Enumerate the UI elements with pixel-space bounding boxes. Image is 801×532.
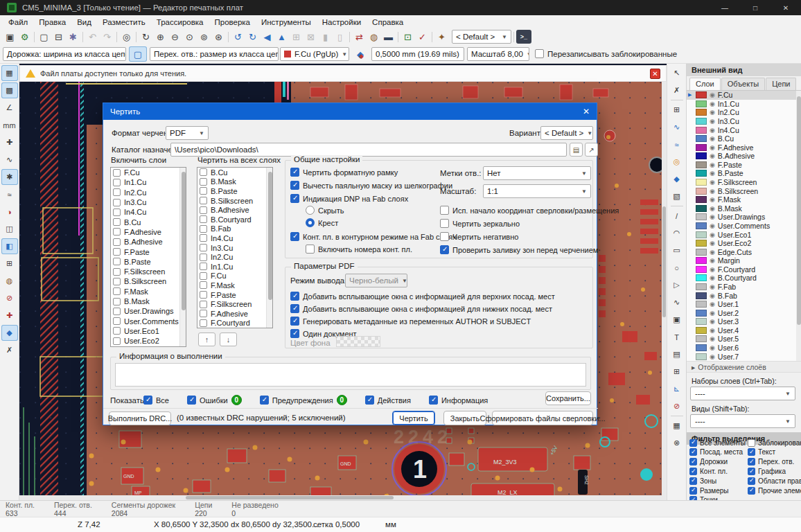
menu-item[interactable]: Вид — [71, 18, 97, 26]
filter-checkbox[interactable]: Текст — [748, 448, 800, 456]
layer-row[interactable]: ▶ ◉ User.3 — [687, 317, 796, 326]
draw-bezier-tool[interactable]: ∿ — [669, 294, 685, 310]
layer-color-swatch[interactable] — [696, 283, 707, 290]
layer-checkbox-row[interactable]: User.Eco1 — [111, 326, 186, 336]
layer-color-swatch[interactable] — [696, 109, 707, 116]
layer-checkbox-row[interactable]: B.Courtyard — [197, 215, 272, 224]
visibility-eye-icon[interactable]: ◉ — [710, 161, 715, 168]
layer-checkbox-row[interactable]: B.Silkscreen — [197, 196, 272, 206]
layer-row[interactable]: ▶ ◉ User.1 — [687, 300, 796, 309]
layer-row[interactable]: ▶ ◉ B.Mask — [687, 204, 796, 213]
layer-checkbox-row[interactable]: F.Cu — [111, 168, 186, 177]
message-filter-checkbox[interactable]: Действия — [365, 396, 411, 405]
layer-row[interactable]: ▶ ◉ User.7 — [687, 352, 796, 361]
move-down-button[interactable]: ↓ — [220, 332, 237, 346]
layer-color-swatch[interactable] — [696, 152, 707, 159]
layer-checkbox-row[interactable]: B.Paste — [111, 257, 186, 267]
run-drc-button[interactable]: ✓ — [415, 30, 430, 44]
pad-outline-toggle[interactable]: ⊘ — [1, 290, 18, 306]
lock-button[interactable]: ▮ — [318, 30, 333, 44]
layer-checkbox-row[interactable]: User.Eco2 — [111, 336, 186, 346]
filter-checkbox[interactable]: Графика — [748, 467, 800, 475]
dnp-indication-checkbox[interactable]: Индикация DNP на Fab слоях — [290, 194, 408, 203]
visibility-eye-icon[interactable]: ◉ — [710, 179, 715, 186]
drill-marks-select[interactable]: Нет▼ — [483, 166, 591, 180]
visibility-eye-icon[interactable]: ◉ — [710, 135, 715, 142]
draw-rectangle-tool[interactable]: ▭ — [669, 242, 685, 258]
visibility-eye-icon[interactable]: ◉ — [710, 301, 715, 308]
rotate-ccw-button[interactable]: ↺ — [231, 30, 245, 44]
generate-drill-files-button[interactable]: Сформировать файлы сверловки... — [492, 411, 593, 425]
format-select[interactable]: PDF▼ — [166, 126, 209, 140]
layer-row[interactable]: ▶ ◉ User.Drawings — [687, 213, 796, 222]
pdf-option-checkbox[interactable]: Добавить всплывающие окна с информацией … — [290, 304, 555, 313]
layer-color-swatch[interactable] — [696, 179, 707, 186]
board-setup-button[interactable]: ⚙ — [17, 30, 32, 44]
tune-length-tool[interactable]: ≈ — [669, 136, 685, 152]
via-outline-toggle[interactable]: ◍ — [1, 273, 18, 289]
layer-color-swatch[interactable] — [696, 266, 707, 273]
layer-row[interactable]: ▶ ◉ F.Paste — [687, 161, 796, 170]
layer-row[interactable]: ▶ ◉ F.Adhesive — [687, 143, 796, 152]
search-button[interactable]: ◎ — [119, 30, 134, 44]
visibility-eye-icon[interactable]: ◉ — [710, 292, 715, 299]
layer-row[interactable]: ▶ ◉ In1.Cu — [687, 100, 796, 109]
scrollbar-thumb[interactable] — [186, 496, 394, 499]
visibility-eye-icon[interactable]: ◉ — [710, 327, 715, 334]
zoom-in-button[interactable]: ⊕ — [153, 30, 168, 44]
draw-arc-tool[interactable]: ◠ — [669, 225, 685, 241]
move-up-button[interactable]: ↑ — [198, 332, 215, 346]
layer-color-swatch[interactable] — [696, 274, 707, 281]
visibility-eye-icon[interactable]: ◉ — [710, 152, 715, 159]
layer-color-swatch[interactable] — [696, 170, 707, 177]
layer-checkbox-row[interactable]: User.Comments — [111, 316, 186, 326]
output-mode-select[interactable]: Черно-белый▼ — [345, 274, 407, 287]
dnp-hide-radio[interactable]: Скрыть — [306, 206, 344, 215]
menu-item[interactable]: Разместить — [97, 18, 151, 26]
visibility-eye-icon[interactable]: ◉ — [710, 144, 715, 151]
save-button[interactable]: ▣ — [3, 30, 17, 44]
layer-row[interactable]: ▶ ◉ User.Eco2 — [687, 239, 796, 248]
close-icon[interactable]: ✕ — [583, 107, 590, 116]
appearance-tab[interactable]: Слои — [689, 78, 721, 90]
list-scrollbar[interactable] — [179, 168, 186, 346]
flip-board-button[interactable]: ◀ — [260, 30, 274, 44]
layer-row[interactable]: ▶ ◉ In4.Cu — [687, 125, 796, 134]
high-contrast-toggle[interactable]: ◧ — [1, 238, 18, 254]
viewports-select[interactable]: ----▼ — [690, 414, 795, 428]
grid-select[interactable]: 0,5000 mm (19.69 mils)▼ — [371, 47, 464, 61]
rule-area-tool[interactable]: ▧ — [669, 188, 685, 204]
delete-tool[interactable]: ⊘ — [669, 398, 685, 414]
visibility-eye-icon[interactable]: ◉ — [710, 205, 715, 212]
menu-item[interactable]: Файл — [3, 18, 33, 26]
layer-checkbox-row[interactable]: In1.Cu — [111, 177, 186, 187]
visibility-eye-icon[interactable]: ◉ — [710, 100, 715, 107]
layer-color-swatch[interactable] — [696, 161, 707, 168]
place-image-tool[interactable]: ▣ — [669, 312, 685, 328]
layer-pair-icon[interactable]: ◆◆ — [352, 46, 369, 62]
layer-checkbox-row[interactable]: F.Adhesive — [197, 309, 272, 319]
rotate-cw-button[interactable]: ↻ — [245, 30, 260, 44]
menu-item[interactable]: Проверка — [209, 18, 256, 26]
layer-checkbox-row[interactable]: F.Cu — [197, 272, 272, 281]
filter-checkbox[interactable]: Прочие элементы — [748, 486, 800, 495]
layer-row[interactable]: ▶ ◉ F.Mask — [687, 195, 796, 204]
visibility-eye-icon[interactable]: ◉ — [710, 188, 715, 195]
filter-checkbox[interactable]: Конт. пл. — [689, 467, 748, 475]
pad-numbers-checkbox[interactable]: Включить номера конт. пл. — [306, 245, 412, 254]
ratsnest-curved-toggle[interactable]: ≈ — [1, 186, 18, 202]
save-report-button[interactable]: Сохранить... — [545, 391, 591, 405]
layer-checkbox-row[interactable]: B.Paste — [197, 186, 272, 196]
layer-checkbox-row[interactable]: In4.Cu — [197, 233, 272, 243]
units-mm-toggle[interactable]: mm — [1, 117, 18, 133]
cursor-shape-toggle[interactable]: ✚ — [1, 134, 18, 150]
layer-row[interactable]: ▶ ◉ User.5 — [687, 335, 796, 344]
visibility-eye-icon[interactable]: ◉ — [710, 127, 715, 134]
zone-outline-toggle[interactable]: ✚ — [1, 308, 18, 323]
draw-textbox-tool[interactable]: ▤ — [669, 346, 685, 362]
layer-color-swatch[interactable] — [696, 118, 707, 125]
visibility-eye-icon[interactable]: ◉ — [710, 266, 715, 273]
scrollbar-thumb[interactable] — [662, 206, 666, 317]
maximize-icon[interactable]: □ — [740, 0, 771, 15]
menu-item[interactable]: Правка — [33, 18, 71, 26]
